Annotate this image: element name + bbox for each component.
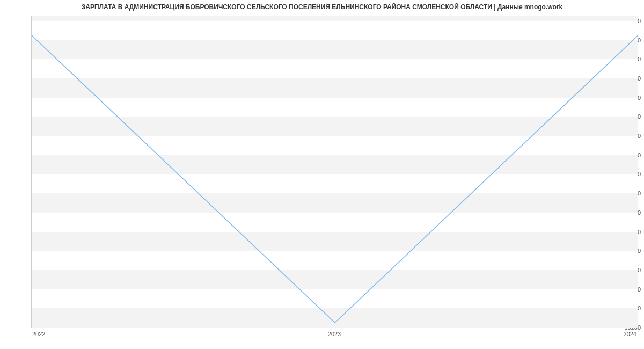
x-tick-label: 2022 [32,331,45,337]
x-tick-label: 2024 [624,331,636,337]
salary-chart: ЗАРПЛАТА В АДМИНИСТРАЦИЯ БОБРОВИЧСКОГО С… [0,0,644,349]
chart-title: ЗАРПЛАТА В АДМИНИСТРАЦИЯ БОБРОВИЧСКОГО С… [0,3,644,11]
plot-area[interactable] [31,16,638,328]
x-tick-label: 2023 [328,331,341,337]
data-line [32,16,638,328]
